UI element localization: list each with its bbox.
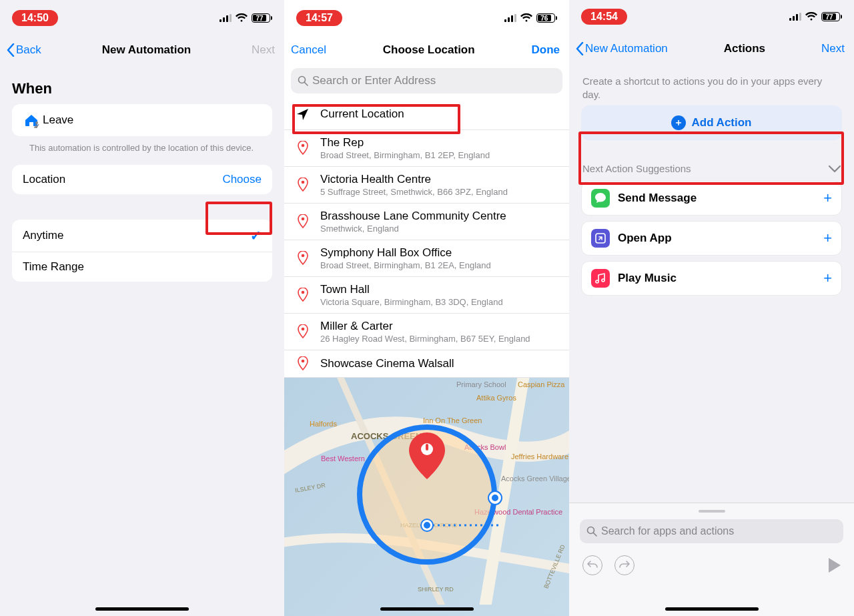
- screen-new-automation: 14:50 77 Back New Automation Next When L…: [0, 0, 284, 616]
- suggestions-header-label: Next Action Suggestions: [582, 163, 691, 174]
- navbar: Cancel Choose Location Done: [284, 31, 569, 68]
- current-location-row[interactable]: Current Location: [284, 99, 569, 130]
- status-bar: 14:57 76: [284, 0, 569, 31]
- hint-text: This automation is controlled by the loc…: [12, 136, 272, 165]
- time-pill: 14:54: [581, 9, 627, 25]
- when-card: Leave: [12, 104, 272, 136]
- add-suggestion-button[interactable]: +: [823, 191, 832, 206]
- suggestions-header[interactable]: Next Action Suggestions: [581, 140, 842, 181]
- search-icon: [298, 75, 308, 86]
- timerange-label: Time Range: [23, 260, 262, 274]
- navbar: New Automation Actions Next: [569, 28, 854, 62]
- location-address: Smethwick, England: [320, 224, 560, 234]
- add-action-label: Add Action: [691, 116, 751, 129]
- battery-level: 77: [256, 15, 263, 22]
- time-pill: 14:57: [296, 10, 342, 26]
- dock-search-placeholder: Search for apps and actions: [601, 525, 734, 537]
- pin-icon: [295, 356, 311, 371]
- location-row[interactable]: Brasshouse Lane Community Centre Smethwi…: [284, 204, 569, 240]
- location-row[interactable]: Miller & Carter 26 Hagley Road West, Bir…: [284, 314, 569, 350]
- chevron-left-icon: [7, 43, 15, 57]
- anytime-row[interactable]: Anytime ✓: [12, 220, 272, 252]
- status-right: 77: [789, 12, 842, 21]
- battery-level: 76: [540, 15, 548, 22]
- location-label: Location: [23, 173, 222, 186]
- geofence-radius-handle[interactable]: [489, 492, 501, 504]
- home-indicator: [380, 607, 474, 611]
- svg-point-0: [35, 121, 38, 124]
- location-name: Town Hall: [320, 283, 560, 296]
- cellular-icon: [220, 14, 232, 22]
- location-card: Location Choose: [12, 165, 272, 194]
- battery-icon: 77: [252, 13, 272, 23]
- nav-title: Choose Location: [383, 43, 475, 57]
- time-card: Anytime ✓ Time Range: [12, 220, 272, 282]
- timerange-row[interactable]: Time Range: [12, 252, 272, 282]
- choose-button[interactable]: Choose: [222, 173, 262, 186]
- nav-done[interactable]: Done: [531, 43, 560, 57]
- location-row[interactable]: Showcase Cinema Walsall: [284, 350, 569, 378]
- pin-icon: [295, 214, 311, 229]
- suggestion-row[interactable]: Play Music +: [581, 261, 842, 296]
- svg-point-2: [302, 144, 305, 147]
- location-name: The Rep: [320, 136, 560, 149]
- add-suggestion-button[interactable]: +: [823, 231, 832, 246]
- location-address: 5 Suffrage Street, Smethwick, B66 3PZ, E…: [320, 187, 560, 197]
- map-road-shirley: SHIRLEY RD: [418, 586, 454, 593]
- grabber[interactable]: [699, 510, 725, 513]
- nav-back[interactable]: New Automation: [576, 42, 668, 55]
- geofence[interactable]: [357, 424, 497, 565]
- map-poi-jeffries: Jeffries Hardware: [511, 452, 568, 460]
- cellular-icon: [504, 14, 516, 22]
- search-input[interactable]: Search or Enter Address: [291, 68, 562, 93]
- status-right: 77: [220, 13, 272, 23]
- map-poi-inn: Inn On The Green: [423, 416, 482, 424]
- location-name: Victoria Health Centre: [320, 173, 560, 186]
- location-name: Miller & Carter: [320, 320, 560, 333]
- pin-icon: [295, 324, 311, 339]
- redo-button[interactable]: [614, 555, 634, 575]
- location-row[interactable]: Symphony Hall Box Office Broad Street, B…: [284, 240, 569, 277]
- chevron-left-icon: [576, 42, 584, 55]
- pin-icon: [295, 178, 311, 192]
- location-address: Broad Street, Birmingham, B1 2EP, Englan…: [320, 150, 560, 160]
- search-icon: [586, 526, 597, 537]
- add-suggestion-button[interactable]: +: [823, 271, 832, 286]
- suggestion-row[interactable]: Send Message +: [581, 181, 842, 216]
- suggestion-label: Play Music: [618, 272, 815, 285]
- current-location-label: Current Location: [320, 107, 560, 121]
- leave-icon: [23, 112, 43, 128]
- location-row[interactable]: The Rep Broad Street, Birmingham, B1 2EP…: [284, 130, 569, 167]
- suggestion-icon: [591, 269, 610, 288]
- svg-rect-11: [426, 444, 428, 450]
- plus-circle-icon: ＋: [671, 115, 686, 130]
- wifi-icon: [520, 13, 532, 23]
- location-arrow-icon: [295, 107, 311, 121]
- undo-button[interactable]: [582, 555, 602, 575]
- nav-back[interactable]: Back: [7, 43, 41, 57]
- play-icon: [829, 558, 841, 573]
- dock-search-input[interactable]: Search for apps and actions: [580, 519, 843, 543]
- status-bar: 14:54 77: [569, 0, 854, 28]
- location-name: Symphony Hall Box Office: [320, 246, 560, 260]
- wifi-icon: [236, 13, 248, 23]
- suggestion-row[interactable]: Open App +: [581, 221, 842, 256]
- nav-next: Next: [252, 43, 275, 57]
- nav-next[interactable]: Next: [821, 42, 845, 55]
- wifi-icon: [805, 12, 817, 21]
- suggestion-label: Open App: [618, 232, 815, 245]
- home-indicator: [665, 607, 759, 611]
- battery-level: 77: [825, 13, 833, 21]
- run-button[interactable]: [829, 558, 841, 573]
- svg-point-7: [302, 328, 305, 331]
- map-poi-primary: Primary School: [456, 380, 506, 388]
- check-icon: ✓: [250, 228, 262, 244]
- status-bar: 14:50 77: [0, 0, 284, 31]
- nav-cancel[interactable]: Cancel: [291, 43, 326, 57]
- screen-choose-location: 14:57 76 Cancel Choose Location Done Sea…: [284, 0, 569, 616]
- location-name: Brasshouse Lane Community Centre: [320, 210, 560, 223]
- add-action-button[interactable]: ＋ Add Action: [581, 105, 842, 140]
- location-row[interactable]: Victoria Health Centre 5 Suffrage Street…: [284, 167, 569, 204]
- map[interactable]: ACOCKS GREEN Best Western Halfords Inn O…: [284, 378, 569, 616]
- location-row[interactable]: Town Hall Victoria Square, Birmingham, B…: [284, 277, 569, 314]
